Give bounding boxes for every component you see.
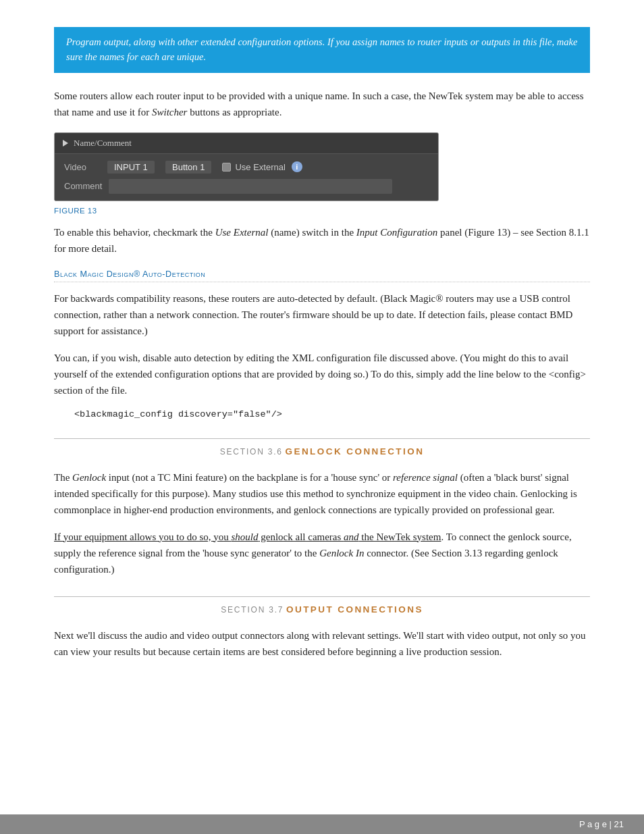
footer-bar: P a g e | 21 (0, 814, 644, 834)
section37-title: OUTPUT CONNECTIONS (286, 604, 423, 615)
ui-video-label: Video (64, 162, 97, 172)
bmd-heading-text: Black Magic Design® Auto-Detection (54, 269, 205, 279)
ui-panel: Name/Comment Video INPUT 1 Button 1 Use … (54, 132, 439, 201)
section37-divider (54, 596, 590, 597)
genlock-italic2: reference signal (393, 472, 458, 483)
ui-panel-row1: Video INPUT 1 Button 1 Use External i (64, 161, 429, 174)
ui-use-external-checkbox[interactable]: Use External i (222, 161, 302, 172)
para2-italic1: Use External (215, 227, 269, 238)
para1-italic: Switcher (152, 107, 188, 118)
ui-panel-header-label: Name/Comment (74, 138, 132, 149)
footer-page-text: P a g e | 21 (579, 819, 624, 829)
bmd-para2: You can, if you wish, disable auto detec… (54, 350, 590, 398)
genlock-italic1: Genlock (72, 472, 106, 483)
ui-button1-btn: Button 1 (165, 161, 211, 174)
info-box-text: Program output, along with other extende… (66, 36, 577, 62)
genlock-para2-cameras: genlock all cameras (259, 531, 344, 542)
genlock-para1-the: The (54, 472, 72, 483)
para2-italic2: Input Configuration (356, 227, 437, 238)
output-para: Next we'll discuss the audio and video o… (54, 627, 590, 660)
ui-input1-value: INPUT 1 (107, 161, 155, 174)
section36-title: GENLOCK CONNECTION (286, 446, 425, 457)
ui-comment-label: Comment (64, 181, 102, 191)
bmd-para1: For backwards compatibility reasons, the… (54, 290, 590, 339)
info-icon: i (292, 161, 302, 172)
para1-text-before: Some routers allow each router input to … (54, 90, 584, 118)
figure-label: FIGURE 13 (54, 207, 590, 215)
ui-use-external-label: Use External (235, 162, 285, 172)
genlock-para2-italic: Genlock In (319, 548, 364, 558)
ui-panel-header: Name/Comment (55, 133, 438, 154)
section37-label: SECTION 3.7 (221, 605, 284, 615)
para2-middle: (name) switch in the (268, 227, 356, 238)
bmd-section-heading: Black Magic Design® Auto-Detection (54, 269, 590, 282)
code-line: <blackmagic_config discovery="false"/> (74, 409, 590, 419)
checkbox-box[interactable] (222, 163, 231, 172)
genlock-para1: The Genlock input (not a TC Mini feature… (54, 469, 590, 518)
genlock-para2: If your equipment allows you to do so, y… (54, 529, 590, 577)
genlock-para2-and: and (344, 531, 359, 542)
section36-divider (54, 438, 590, 439)
para1: Some routers allow each router input to … (54, 88, 590, 120)
section36-title-row: SECTION 3.6 GENLOCK CONNECTION (54, 446, 590, 457)
page: Program output, along with other extende… (0, 0, 644, 834)
genlock-para2-newtek: the NewTek system (359, 531, 441, 542)
ui-comment-field[interactable] (109, 179, 392, 194)
genlock-para1-mid: input (not a TC Mini feature) on the bac… (106, 472, 393, 483)
collapse-triangle-icon (63, 140, 68, 147)
section36-label: SECTION 3.6 (220, 447, 283, 457)
section37-title-row: SECTION 3.7 OUTPUT CONNECTIONS (54, 604, 590, 615)
ui-panel-row2: Comment (64, 179, 429, 194)
ui-panel-body: Video INPUT 1 Button 1 Use External i Co… (55, 154, 438, 201)
genlock-para2-should: should (231, 531, 258, 542)
para2: To enable this behavior, checkmark the U… (54, 224, 590, 257)
info-box: Program output, along with other extende… (54, 27, 590, 73)
genlock-para2-underline-start: If your equipment allows you to do so, y… (54, 531, 231, 542)
para2-before: To enable this behavior, checkmark the (54, 227, 215, 238)
para1-text-after: buttons as appropriate. (187, 107, 281, 118)
